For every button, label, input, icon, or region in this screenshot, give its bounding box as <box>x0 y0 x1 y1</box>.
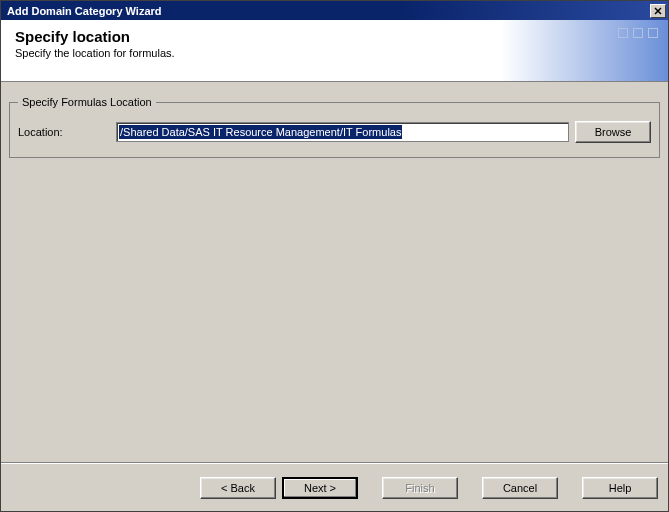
wizard-window: Add Domain Category Wizard Specify locat… <box>0 0 669 512</box>
finish-button: Finish <box>382 477 458 499</box>
deco-box <box>648 28 658 38</box>
wizard-footer: < Back Next > Finish Cancel Help <box>1 463 668 511</box>
next-button[interactable]: Next > <box>282 477 358 499</box>
deco-box <box>618 28 628 38</box>
group-legend: Specify Formulas Location <box>18 96 156 108</box>
window-title: Add Domain Category Wizard <box>3 5 650 17</box>
close-icon <box>654 7 662 15</box>
back-button[interactable]: < Back <box>200 477 276 499</box>
formulas-location-group: Specify Formulas Location Location: /Sha… <box>9 102 660 158</box>
wizard-header: Specify location Specify the location fo… <box>1 20 668 82</box>
location-label: Location: <box>18 126 116 138</box>
header-decoration <box>618 28 658 38</box>
page-subtitle: Specify the location for formulas. <box>15 47 654 59</box>
location-row: Location: /Shared Data/SAS IT Resource M… <box>18 121 651 143</box>
browse-button[interactable]: Browse <box>575 121 651 143</box>
deco-box <box>633 28 643 38</box>
title-bar: Add Domain Category Wizard <box>1 1 668 20</box>
close-button[interactable] <box>650 4 666 18</box>
help-button[interactable]: Help <box>582 477 658 499</box>
location-input[interactable]: /Shared Data/SAS IT Resource Management/… <box>116 122 569 142</box>
location-value: /Shared Data/SAS IT Resource Management/… <box>119 125 402 139</box>
cancel-button[interactable]: Cancel <box>482 477 558 499</box>
wizard-content: Specify Formulas Location Location: /Sha… <box>1 82 668 463</box>
page-title: Specify location <box>15 28 654 45</box>
